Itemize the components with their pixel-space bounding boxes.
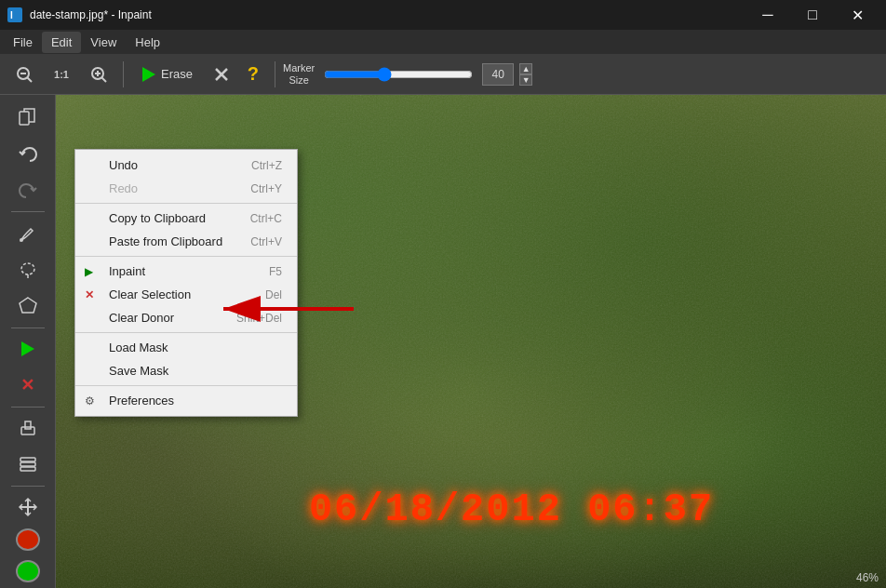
preferences-label: Preferences xyxy=(109,394,174,408)
save-mask-label: Save Mask xyxy=(109,364,168,378)
clear-x-icon: ✕ xyxy=(20,375,34,395)
svg-rect-17 xyxy=(25,421,31,429)
app-icon: I xyxy=(7,7,22,22)
title-bar: I date-stamp.jpg* - Inpaint ─ □ ✕ xyxy=(0,0,886,30)
load-mask-label: Load Mask xyxy=(109,341,168,354)
copy-shortcut: Ctrl+C xyxy=(250,212,282,225)
maximize-button[interactable]: □ xyxy=(791,0,834,30)
red-color-button[interactable] xyxy=(16,528,40,551)
clear-sel-icon: ✕ xyxy=(85,288,94,301)
erase-button[interactable]: Erase xyxy=(131,63,204,86)
title-controls: ─ □ ✕ xyxy=(746,0,879,30)
clear-donor-label: Clear Donor xyxy=(109,311,174,325)
inpaint-shortcut: F5 xyxy=(269,265,282,278)
svg-rect-16 xyxy=(21,427,34,434)
menu-preferences[interactable]: ⚙ Preferences xyxy=(75,389,297,412)
clear-selection-label: Clear Selection xyxy=(109,287,191,301)
menu-clear-donor[interactable]: Clear Donor Shift+Del xyxy=(75,306,297,329)
eraser-tool-button[interactable] xyxy=(9,411,47,446)
inpaint-play-sidebar[interactable] xyxy=(9,332,47,367)
menu-paste[interactable]: Paste from Clipboard Ctrl+V xyxy=(75,230,297,253)
green-color-button[interactable] xyxy=(16,560,40,582)
undo-sidebar-button[interactable] xyxy=(9,137,47,171)
redo-sidebar-button[interactable] xyxy=(9,173,47,207)
layers-button[interactable] xyxy=(9,448,47,482)
separator-3 xyxy=(75,332,297,333)
polygon-tool-button[interactable] xyxy=(9,288,47,323)
svg-line-3 xyxy=(28,77,33,82)
svg-point-12 xyxy=(20,238,23,242)
preferences-gear-icon: ⚙ xyxy=(85,394,95,408)
inpaint-play-icon-sidebar xyxy=(21,341,34,356)
zoom-in-button[interactable] xyxy=(82,58,115,91)
close-window-button[interactable]: ✕ xyxy=(836,0,879,30)
sidebar-divider-4 xyxy=(11,486,45,487)
svg-rect-19 xyxy=(20,462,35,466)
redo-shortcut: Ctrl+Y xyxy=(250,182,282,195)
toolbar: 1:1 Erase ? Marker Size 40 ▲ ▼ xyxy=(0,54,886,95)
menu-view[interactable]: View xyxy=(81,32,126,53)
svg-rect-18 xyxy=(20,458,35,461)
undo-shortcut: Ctrl+Z xyxy=(251,159,282,172)
copy-label: Copy to Clipboard xyxy=(109,211,206,225)
zoom-fit-button[interactable]: 1:1 xyxy=(45,58,78,91)
clear-selection-shortcut: Del xyxy=(265,288,282,301)
menu-inpaint[interactable]: ▶ Inpaint F5 xyxy=(75,260,297,283)
erase-play-icon xyxy=(142,67,155,82)
menu-save-mask[interactable]: Save Mask xyxy=(75,359,297,382)
clear-donor-shortcut: Shift+Del xyxy=(236,312,282,325)
marker-size-slider[interactable] xyxy=(324,67,473,82)
undo-label: Undo xyxy=(109,158,138,172)
sidebar-divider-3 xyxy=(11,407,45,408)
marker-size-down[interactable]: ▼ xyxy=(519,74,532,86)
separator-4 xyxy=(75,385,297,386)
inpaint-menu-icon: ▶ xyxy=(85,265,93,278)
separator-2 xyxy=(75,256,297,257)
marker-size-container: Marker Size xyxy=(283,62,315,85)
separator-1 xyxy=(75,203,297,204)
menu-help[interactable]: Help xyxy=(126,32,169,53)
menu-undo[interactable]: Undo Ctrl+Z xyxy=(75,154,297,177)
marker-size-value: 40 xyxy=(482,63,514,86)
zoom-out-button[interactable] xyxy=(7,58,41,91)
paste-shortcut: Ctrl+V xyxy=(250,235,282,248)
brush-tool-button[interactable] xyxy=(9,216,47,250)
title-left: I date-stamp.jpg* - Inpaint xyxy=(7,7,152,22)
inpaint-label: Inpaint xyxy=(109,264,145,278)
menu-edit[interactable]: Edit xyxy=(42,32,81,53)
sidebar-divider-2 xyxy=(11,327,45,328)
menu-file[interactable]: File xyxy=(4,32,42,53)
svg-rect-20 xyxy=(20,467,35,471)
svg-point-13 xyxy=(21,263,34,274)
marker-size-spinners: ▲ ▼ xyxy=(519,63,532,86)
menu-copy[interactable]: Copy to Clipboard Ctrl+C xyxy=(75,207,297,230)
menu-bar: File Edit View Help xyxy=(0,30,886,54)
paste-label: Paste from Clipboard xyxy=(109,234,222,248)
edit-dropdown-menu: Undo Ctrl+Z Redo Ctrl+Y Copy to Clipboar… xyxy=(74,149,298,417)
toolbar-divider-1 xyxy=(123,61,124,87)
help-toolbar-button[interactable]: ? xyxy=(239,60,267,88)
marker-size-sublabel: Size xyxy=(289,74,308,86)
svg-rect-11 xyxy=(20,112,29,125)
clear-x-sidebar[interactable]: ✕ xyxy=(9,368,47,403)
menu-load-mask[interactable]: Load Mask xyxy=(75,336,297,359)
left-sidebar: ✕ xyxy=(0,95,56,588)
redo-label: Redo xyxy=(109,181,138,195)
main-area: ✕ xyxy=(0,95,886,588)
svg-line-6 xyxy=(102,77,107,82)
move-tool-button[interactable] xyxy=(9,490,47,525)
toolbar-divider-2 xyxy=(275,61,275,87)
window-title: date-stamp.jpg* - Inpaint xyxy=(30,8,152,21)
marker-size-up[interactable]: ▲ xyxy=(519,63,532,74)
menu-redo[interactable]: Redo Ctrl+Y xyxy=(75,177,297,200)
open-file-button[interactable] xyxy=(9,100,47,135)
minimize-button[interactable]: ─ xyxy=(746,0,789,30)
zoom-indicator: 46% xyxy=(856,571,879,584)
erase-label: Erase xyxy=(161,67,193,81)
marker-label: Marker xyxy=(283,62,315,74)
svg-marker-15 xyxy=(20,298,36,313)
lasso-tool-button[interactable] xyxy=(9,252,47,287)
menu-clear-selection[interactable]: ✕ Clear Selection Del xyxy=(75,283,297,306)
close-erase-button[interactable] xyxy=(208,60,235,88)
sidebar-divider-1 xyxy=(11,211,45,212)
